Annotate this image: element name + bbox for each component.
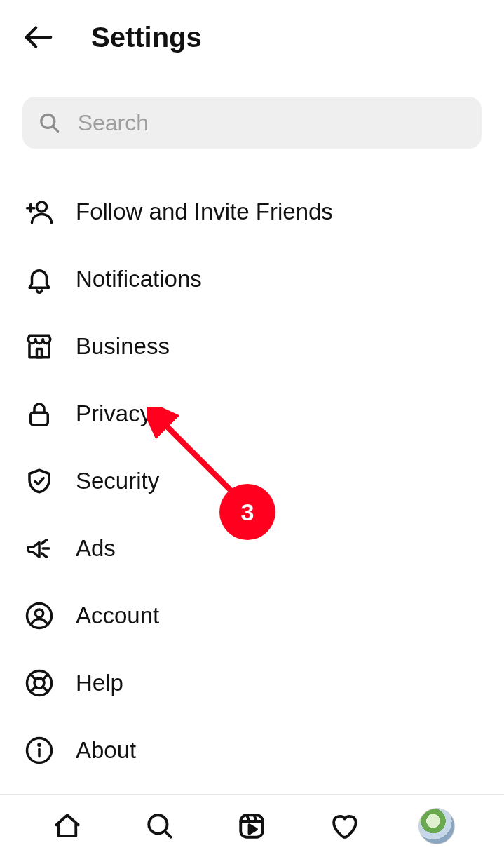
menu-item-business[interactable]: Business [22,313,482,380]
header: Settings [0,0,504,69]
menu-item-ads[interactable]: Ads [22,515,482,582]
nav-profile[interactable] [418,807,456,845]
life-ring-icon [22,666,56,700]
svg-marker-27 [250,825,257,833]
svg-line-14 [43,687,48,691]
menu-item-notifications[interactable]: Notifications [22,245,482,313]
storefront-icon [22,330,56,363]
search-icon [145,811,175,841]
svg-point-10 [35,609,43,617]
menu-item-privacy[interactable]: Privacy [22,380,482,447]
svg-line-2 [53,126,57,131]
search-input[interactable] [78,110,466,136]
svg-point-19 [39,744,40,745]
svg-rect-6 [37,349,42,358]
page-title: Settings [91,22,202,53]
info-icon [22,734,56,767]
menu-label: Security [76,468,159,494]
lock-icon [22,397,56,431]
arrow-left-icon [22,21,55,53]
search-icon [38,110,61,135]
heart-icon [329,811,359,841]
bell-icon [22,262,56,296]
menu-label: Follow and Invite Friends [76,198,333,225]
menu-label: Business [76,333,170,360]
add-person-icon [22,195,56,229]
svg-rect-7 [31,412,48,425]
menu-item-about[interactable]: About [22,717,482,784]
menu-item-account[interactable]: Account [22,582,482,649]
search-box[interactable] [22,97,482,149]
megaphone-icon [22,532,56,565]
menu-label: Account [76,602,159,629]
settings-menu: Follow and Invite Friends Notifications … [0,166,504,784]
nav-home[interactable] [48,807,86,845]
svg-point-3 [37,202,47,212]
svg-line-13 [31,675,36,680]
nav-activity[interactable] [325,807,363,845]
bottom-nav [0,794,504,857]
menu-label: Ads [76,535,116,562]
home-icon [53,811,82,841]
menu-label: About [76,737,136,764]
menu-label: Privacy [76,400,151,427]
reels-icon [237,811,266,841]
nav-reels[interactable] [233,807,271,845]
back-button[interactable] [20,18,57,56]
svg-line-16 [43,675,48,680]
shield-check-icon [22,464,56,498]
menu-label: Notifications [76,266,202,292]
user-circle-icon [22,599,56,633]
menu-label: Help [76,670,123,696]
search-container [0,69,504,166]
menu-item-follow-invite[interactable]: Follow and Invite Friends [22,178,482,245]
svg-line-22 [165,831,171,837]
avatar [418,808,455,844]
nav-search[interactable] [141,807,179,845]
menu-item-help[interactable]: Help [22,649,482,717]
svg-line-15 [31,687,36,691]
menu-item-security[interactable]: Security [22,447,482,515]
